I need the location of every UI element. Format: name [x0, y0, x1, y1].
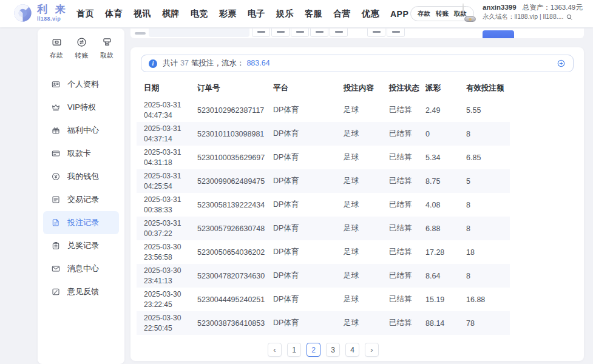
cell-valid-amount: 16.88 [466, 295, 510, 304]
date-value: 2025-03-30 [144, 313, 197, 323]
search-icon[interactable] [566, 13, 573, 21]
feedback-icon [51, 287, 61, 297]
date-value: 2025-03-30 [144, 266, 197, 275]
sidebar-item-feedback[interactable]: 意见反馈 [38, 280, 124, 303]
date-value: 2025-03-30 [144, 242, 197, 252]
pill-deposit-button[interactable]: 存款 [418, 10, 430, 18]
quick-action-transfer[interactable]: 转账 [75, 36, 89, 60]
total-assets-value: 1363.49元 [551, 4, 583, 11]
time-value: 04:25:54 [144, 181, 197, 191]
cell-platform: DP体育 [273, 294, 344, 305]
cell-date: 2025-03-3023:56:58 [137, 242, 197, 261]
column-header: 平台 [273, 83, 344, 93]
user-line2: 永久域名：ll188.vip | ll188.... [483, 13, 583, 21]
filter-segment[interactable] [387, 29, 405, 37]
pagination-page-1[interactable]: 1 [287, 343, 301, 357]
filter-search-button[interactable] [483, 30, 514, 38]
pagination-page-3[interactable]: 3 [326, 343, 340, 357]
quick-action-label: 存款 [50, 51, 63, 60]
nav-item-sports[interactable]: 体育 [105, 8, 123, 19]
filter-input[interactable] [149, 29, 249, 37]
cell-order: 5230099062489475 [197, 177, 273, 186]
date-range-segment[interactable] [310, 29, 328, 37]
card-icon [51, 149, 61, 158]
date-range-segment[interactable] [271, 29, 290, 37]
pill-transfer-button[interactable]: 转账 [436, 10, 449, 18]
vip-icon [51, 103, 61, 112]
cell-content: 足球 [344, 129, 389, 139]
table-row: 2025-03-3023:56:585230050654036202DP体育足球… [137, 240, 510, 264]
cell-date: 2025-03-3104:25:54 [137, 171, 197, 190]
sidebar-item-my-wallet[interactable]: 我的钱包 [38, 165, 124, 188]
cell-payout: 15.19 [425, 295, 466, 304]
table-row: 2025-03-3100:37:225230057926630748DP体育足球… [137, 217, 510, 240]
cell-date: 2025-03-3100:38:33 [137, 195, 197, 214]
logo-title: 利 来 [37, 4, 68, 15]
column-header: 有效投注额 [466, 83, 510, 93]
sidebar-item-withdraw-card[interactable]: 取款卡 [38, 142, 124, 165]
site-logo[interactable]: 利 来 ll188.vip [13, 3, 68, 23]
cell-platform: DP体育 [273, 318, 344, 328]
cell-platform: DP体育 [273, 152, 344, 163]
sidebar-item-redeem-records[interactable]: 兑奖记录 [38, 234, 124, 257]
cell-status: 已结算 [389, 294, 425, 305]
nav-item-board-games[interactable]: 棋牌 [162, 8, 180, 19]
nav-item-entertainment[interactable]: 娱乐 [276, 8, 294, 19]
date-range-segment[interactable] [252, 29, 270, 37]
cell-date: 2025-03-3022:50:45 [137, 313, 197, 332]
bet-records-panel: i 共计37笔投注，流水：883.64 日期订单号平台投注内容投注状态派彩有效投… [130, 47, 584, 361]
sidebar-quick-actions: 存款转账取款 [38, 29, 124, 67]
nav-item-live-video[interactable]: 视讯 [134, 8, 151, 19]
deposit-icon [51, 36, 63, 48]
sidebar-item-welfare-center[interactable]: 福利中心 [38, 119, 124, 142]
cell-valid-amount: 8 [466, 130, 510, 138]
vip-level-badge [464, 16, 476, 22]
cell-date: 2025-03-3104:37:14 [137, 124, 197, 143]
cell-order: 5230057926630748 [197, 224, 273, 233]
time-value: 23:22:45 [144, 300, 197, 309]
pagination-next-button[interactable]: › [365, 343, 379, 357]
nav-item-lottery[interactable]: 彩票 [219, 8, 237, 19]
account-sidebar: 存款转账取款 个人资料VIP特权福利中心取款卡我的钱包交易记录投注记录兑奖记录消… [38, 29, 124, 364]
plus-circle-icon[interactable] [557, 59, 566, 68]
summary-amount: 883.64 [246, 59, 269, 67]
summary-count: 37 [180, 59, 189, 67]
nav-item-esports[interactable]: 电竞 [191, 8, 208, 19]
summary-text: 共计37笔投注，流水：883.64 [163, 58, 270, 69]
cell-order: 5230047820734630 [197, 272, 273, 280]
pagination-prev-button[interactable]: ‹ [268, 343, 282, 357]
sidebar-item-profile[interactable]: 个人资料 [38, 73, 124, 96]
time-value: 00:38:33 [144, 205, 197, 215]
date-range-segment[interactable] [330, 29, 348, 37]
cell-platform: DP体育 [273, 105, 344, 115]
nav-item-app[interactable]: APP [390, 9, 408, 19]
nav-item-slots[interactable]: 电子 [248, 8, 265, 19]
pagination-page-4[interactable]: 4 [345, 343, 359, 357]
cell-order: 5230038736410853 [197, 319, 273, 328]
redeem-icon [51, 241, 61, 251]
transactions-icon [51, 195, 61, 204]
sidebar-item-label: 我的钱包 [67, 171, 99, 182]
time-value: 23:41:13 [144, 276, 197, 286]
nav-item-promotions[interactable]: 优惠 [362, 8, 379, 19]
pagination-page-2[interactable]: 2 [307, 343, 320, 357]
nav-item-support[interactable]: 客服 [305, 8, 322, 19]
cell-platform: DP体育 [273, 223, 344, 234]
cell-platform: DP体育 [273, 176, 344, 186]
avatar[interactable] [463, 3, 464, 15]
filter-segment[interactable] [367, 29, 385, 37]
date-range-segment[interactable] [291, 29, 309, 37]
quick-action-withdraw[interactable]: 取款 [100, 36, 114, 60]
sidebar-item-bet-records[interactable]: 投注记录 [43, 211, 119, 234]
cell-date: 2025-03-3104:31:18 [137, 147, 197, 167]
time-value: 22:50:45 [144, 323, 197, 333]
quick-action-deposit[interactable]: 存款 [50, 36, 63, 60]
permanent-domain: 永久域名：ll188.vip | ll188.... [483, 13, 563, 21]
nav-item-home[interactable]: 首页 [76, 8, 94, 19]
sidebar-item-message-center[interactable]: 消息中心 [38, 257, 124, 280]
cell-order: 5230050654036202 [197, 248, 273, 257]
sidebar-item-transaction-records[interactable]: 交易记录 [38, 188, 124, 211]
user-block: anxin3399 总资产：1363.49元 永久域名：ll188.vip | … [463, 4, 583, 21]
sidebar-item-vip[interactable]: VIP特权 [38, 96, 124, 119]
nav-item-partnership[interactable]: 合营 [333, 8, 351, 19]
